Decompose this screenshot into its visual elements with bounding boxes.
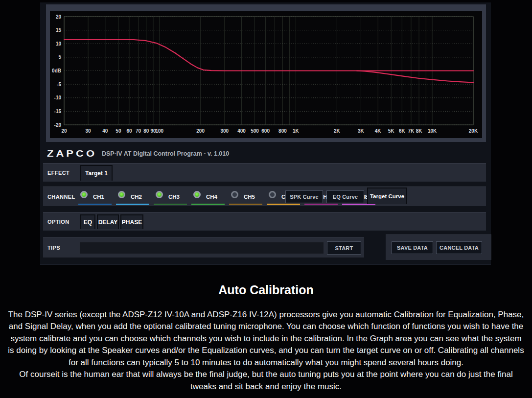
ch5-led-icon [231,191,238,198]
svg-text:100: 100 [155,128,163,134]
effect-row: EFFECT Target 1 [43,163,486,182]
svg-text:3K: 3K [358,128,365,134]
channel-ch2[interactable]: CH2 [116,187,151,206]
eq-curve-button[interactable]: EQ Curve [326,190,364,203]
program-version-text: DSP-IV AT Digital Control Program - v. 1… [102,150,229,157]
svg-text:5: 5 [58,54,61,60]
ch1-led-icon [80,191,88,198]
ch5-color-bar [229,204,262,205]
channel-ch3[interactable]: CH3 [154,187,189,206]
svg-text:10: 10 [56,41,62,47]
svg-text:-10: -10 [54,95,62,100]
tips-row: TIPS START [43,237,364,258]
svg-text:1K: 1K [293,128,300,134]
svg-text:20K: 20K [469,128,478,134]
chart-plot-area: 20151050dB-5-10-15-202030405060708090100… [50,11,482,138]
ch3-led-icon [156,191,163,198]
option-row-label: OPTION [47,219,69,225]
dsp-control-panel: 20151050dB-5-10-15-202030405060708090100… [40,2,491,265]
ch1-label: CH1 [93,194,104,200]
target-curve-button[interactable]: Target Curve [367,187,407,204]
effect-row-label: EFFECT [47,170,69,176]
ch6-led-icon [269,191,276,198]
ch3-color-bar [154,204,187,205]
ch2-label: CH2 [131,194,142,200]
spk-curve-button[interactable]: SPK Curve [285,190,323,203]
ch1-color-bar [78,204,112,205]
description-paragraph-2: Of courseit is the human ear that will a… [0,369,532,393]
svg-text:70: 70 [136,128,141,134]
zapco-logo: ZAPCO [47,148,97,159]
ch7-color-bar [304,204,338,205]
svg-text:-5: -5 [57,82,61,87]
channel-ch1[interactable]: CH1 [78,187,114,206]
svg-text:800: 800 [278,128,287,134]
svg-text:300: 300 [220,128,229,134]
channel-row-label: CHANNEL [47,194,75,200]
logo-bar: ZAPCO DSP-IV AT Digital Control Program … [47,145,229,162]
ch4-color-bar [191,204,225,205]
cancel-data-button[interactable]: CANCEL DATA [436,241,482,254]
svg-text:7K: 7K [408,128,415,134]
svg-text:30: 30 [86,128,92,134]
page-title: Auto Calibration [0,283,532,297]
option-row: OPTION EQ DELAY PHASE [43,212,486,231]
channel-ch4[interactable]: CH4 [191,187,227,206]
ch4-led-icon [193,191,201,198]
tips-row-label: TIPS [47,245,60,251]
channel-ch5[interactable]: CH5 [229,187,264,206]
ch2-color-bar [116,204,149,205]
ch4-label: CH4 [206,194,217,200]
svg-text:600: 600 [261,128,270,134]
svg-text:40: 40 [102,128,108,134]
description-paragraph-1: The DSP-IV series (except the ADSP-Z12 I… [0,309,532,369]
chart-frame: 20151050dB-5-10-15-202030405060708090100… [46,4,486,142]
svg-text:0dB: 0dB [52,68,61,73]
ch6-color-bar [267,204,300,205]
svg-text:5K: 5K [388,128,395,134]
svg-text:2K: 2K [334,128,341,134]
save-cancel-box: SAVE DATA CANCEL DATA [386,234,491,260]
eq-option-button[interactable]: EQ [80,214,95,229]
description-section: Auto Calibration The DSP-IV series (exce… [0,283,532,393]
frequency-response-chart: 20151050dB-5-10-15-202030405060708090100… [50,11,482,138]
ch5-label: CH5 [244,194,255,200]
target1-button[interactable]: Target 1 [80,165,113,181]
svg-text:20: 20 [61,128,67,134]
svg-text:20: 20 [56,14,62,20]
svg-text:-15: -15 [54,109,62,114]
svg-text:400: 400 [237,128,246,134]
svg-text:8K: 8K [416,128,423,134]
svg-text:-20: -20 [54,122,62,128]
ch2-led-icon [118,191,125,198]
start-button[interactable]: START [327,241,361,255]
svg-text:6K: 6K [399,128,406,134]
svg-text:10K: 10K [428,128,437,134]
svg-text:60: 60 [126,128,132,134]
svg-text:4K: 4K [375,128,382,134]
phase-option-button[interactable]: PHASE [120,214,143,229]
svg-text:80: 80 [143,128,149,134]
svg-text:15: 15 [56,27,62,33]
svg-text:500: 500 [251,128,259,134]
svg-text:200: 200 [196,128,205,134]
ch3-label: CH3 [168,194,180,200]
save-data-button[interactable]: SAVE DATA [392,241,433,254]
delay-option-button[interactable]: DELAY [97,214,119,229]
channel-row: CHANNEL CH1 CH2 CH3 CH4 CH5 CH6 [43,187,486,206]
tips-input[interactable] [79,242,324,254]
svg-text:50: 50 [116,128,121,134]
